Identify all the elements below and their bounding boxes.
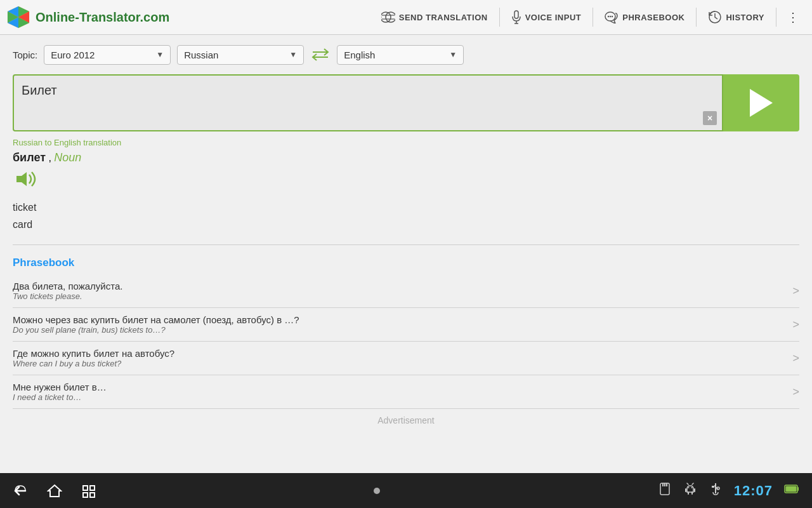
advertisement-label: Advertisement — [377, 415, 434, 425]
more-options-button[interactable]: ⋮ — [780, 6, 806, 29]
logo-area: Online-Translator.com — [6, 5, 374, 29]
phrase-text-block-2: Можно через вас купить билет на самолет … — [13, 314, 786, 335]
phrase-item-3[interactable]: Где можно купить билет на автобус? Where… — [13, 342, 799, 375]
topic-value: Euro 2012 — [51, 50, 95, 60]
sd-card-svg — [658, 482, 672, 496]
usb-icon — [709, 482, 723, 499]
svg-point-37 — [691, 487, 692, 488]
svg-line-34 — [687, 483, 688, 485]
target-lang-value: English — [344, 50, 375, 60]
svg-line-35 — [692, 483, 693, 485]
phrase-item-1[interactable]: Два билета, пожалуйста. Two tickets plea… — [13, 274, 799, 308]
phrasebook-section: Phrasebook Два билета, пожалуйста. Two t… — [13, 250, 799, 409]
time-display: 12:07 — [734, 483, 773, 499]
topic-dropdown[interactable]: Euro 2012 ▼ — [44, 45, 171, 65]
play-button[interactable] — [723, 74, 799, 131]
phrase-original-3: Где можно купить билет на автобус? — [13, 348, 786, 359]
target-lang-arrow-icon: ▼ — [449, 50, 457, 59]
input-box[interactable]: Билет × — [13, 74, 723, 131]
nav-actions — [13, 483, 96, 498]
target-lang-dropdown[interactable]: English ▼ — [337, 45, 464, 65]
translated-word: билет — [13, 151, 46, 164]
svg-point-16 — [608, 16, 609, 17]
battery-svg — [784, 482, 799, 496]
divider-3 — [696, 8, 697, 27]
phrase-translation-2: Do you sell plane (train, bus) tickets t… — [13, 325, 786, 335]
sd-card-icon — [658, 482, 672, 499]
svg-rect-12 — [514, 11, 518, 18]
svg-rect-27 — [662, 483, 664, 486]
phrase-text-block-1: Два билета, пожалуйста. Two tickets plea… — [13, 281, 786, 301]
svg-rect-25 — [90, 493, 95, 497]
home-icon — [47, 483, 62, 498]
bottom-bar: 12:07 — [0, 473, 812, 508]
swap-icon — [311, 48, 329, 62]
translations-list: ticket card — [13, 199, 799, 233]
svg-rect-28 — [664, 483, 665, 486]
phrase-original-1: Два билета, пожалуйста. — [13, 281, 786, 291]
svg-rect-45 — [786, 486, 797, 492]
voice-input-button[interactable]: VOICE INPUT — [504, 6, 589, 28]
advertisement-area: Advertisement — [13, 409, 799, 432]
home-dot — [374, 488, 380, 494]
phrase-translation-1: Two tickets please. — [13, 291, 786, 301]
audio-icon-area[interactable] — [13, 170, 799, 191]
history-button[interactable]: HISTORY — [700, 6, 772, 28]
top-actions: SEND TRANSLATION VOICE INPUT PHRASEBOOK — [374, 6, 806, 29]
svg-rect-29 — [666, 483, 667, 486]
translation-direction-label: Russian to English translation — [13, 138, 799, 147]
phrase-arrow-2: > — [792, 318, 799, 331]
phrasebook-title: Phrasebook — [13, 257, 799, 269]
phrase-original-4: Мне нужен билет в… — [13, 382, 786, 392]
content-area: Topic: Euro 2012 ▼ Russian ▼ English ▼ Б… — [0, 35, 812, 473]
logo-text: Online-Translator.com — [36, 10, 169, 25]
svg-marker-20 — [16, 172, 27, 186]
phrase-item-4[interactable]: Мне нужен билет в… I need a ticket to… > — [13, 375, 799, 409]
input-text: Билет — [22, 83, 57, 98]
word-type: Noun — [54, 151, 81, 164]
word-line: билет , Noun — [13, 151, 799, 164]
svg-rect-24 — [83, 493, 88, 497]
send-icon — [381, 11, 395, 23]
svg-rect-23 — [90, 486, 95, 490]
topic-label: Topic: — [13, 50, 37, 60]
phrase-arrow-4: > — [792, 385, 799, 399]
recents-icon — [81, 483, 96, 498]
phrasebook-icon — [605, 11, 619, 23]
word-separator: , — [48, 152, 54, 163]
phrase-original-2: Можно через вас купить билет на самолет … — [13, 314, 786, 325]
svg-point-17 — [610, 16, 611, 17]
phrase-arrow-1: > — [792, 284, 799, 298]
source-lang-arrow-icon: ▼ — [289, 50, 297, 59]
translation-item-1: ticket — [13, 199, 799, 216]
source-lang-dropdown[interactable]: Russian ▼ — [177, 45, 304, 65]
input-row: Билет × — [13, 74, 799, 131]
back-button[interactable] — [13, 483, 28, 498]
phrase-text-block-4: Мне нужен билет в… I need a ticket to… — [13, 382, 786, 402]
topic-row: Topic: Euro 2012 ▼ Russian ▼ English ▼ — [13, 44, 799, 65]
recents-button[interactable] — [81, 483, 96, 498]
battery-icon — [784, 482, 799, 499]
phrasebook-button[interactable]: PHRASEBOOK — [597, 7, 692, 27]
android-icon — [683, 482, 697, 499]
translation-item-2: card — [13, 216, 799, 233]
home-button[interactable] — [47, 483, 62, 498]
mic-icon — [511, 10, 521, 24]
divider-2 — [593, 8, 593, 27]
phrase-translation-3: Where can I buy a bus ticket? — [13, 359, 786, 368]
send-translation-button[interactable]: SEND TRANSLATION — [374, 8, 495, 27]
system-icons: 12:07 — [658, 482, 799, 499]
swap-languages-button[interactable] — [310, 44, 331, 65]
phrase-item-2[interactable]: Можно через вас купить билет на самолет … — [13, 308, 799, 342]
svg-rect-44 — [797, 487, 799, 491]
play-triangle-icon — [750, 89, 773, 117]
phrase-translation-4: I need a ticket to… — [13, 392, 786, 402]
audio-icon[interactable] — [13, 170, 37, 189]
svg-point-36 — [688, 487, 689, 488]
divider-1 — [499, 8, 500, 27]
phrase-arrow-3: > — [792, 352, 799, 365]
clear-button[interactable]: × — [703, 111, 717, 125]
back-icon — [13, 483, 28, 498]
translation-result: Russian to English translation билет , N… — [13, 138, 799, 239]
usb-svg — [709, 482, 723, 496]
